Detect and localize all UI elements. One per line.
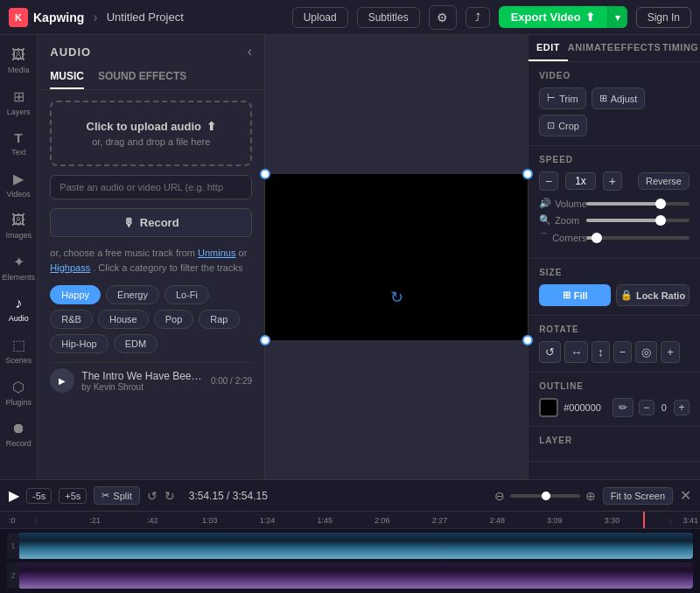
app-logo[interactable]: K Kapwing [9,8,84,27]
ruler-mark-7: 2:27 [411,516,469,525]
project-name[interactable]: Untitled Project [107,10,184,24]
lock-ratio-button[interactable]: 🔒 Lock Ratio [616,284,690,306]
zoom-slider-bar[interactable] [510,494,580,498]
ruler-mark-3: 1:03 [181,516,239,525]
upload-zone[interactable]: Click to upload audio ⬆ or, drag and dro… [50,101,252,166]
handle-bottom-left[interactable] [260,335,270,345]
size-section: SIZE ⊞ Fill 🔒 Lock Ratio [528,259,700,316]
export-dropdown-button[interactable]: ▾ [607,6,627,28]
sidebar-item-elements[interactable]: ✦ Elements [0,248,37,287]
collapse-button[interactable]: ‹ [248,44,252,59]
reverse-button[interactable]: Reverse [638,172,690,190]
speed-decrease-button[interactable]: − [539,171,558,191]
timeline-tracks: 1 2 [0,529,700,592]
rotate-plus-button[interactable]: + [661,341,680,363]
sidebar-item-media[interactable]: 🖼 Media [0,42,37,80]
sidebar-item-videos[interactable]: ▶ Videos [0,165,37,204]
skip-back-button[interactable]: -5s [26,488,52,504]
crop-button[interactable]: ⊡ Crop [539,115,587,136]
volume-thumb[interactable] [655,199,666,209]
unminus-link[interactable]: Unminus [198,248,235,258]
elements-icon: ✦ [13,254,24,270]
tag-rap[interactable]: Rap [199,310,239,329]
zoom-in-button[interactable]: ⊕ [585,489,596,503]
fit-to-screen-button[interactable]: Fit to Screen [603,487,673,505]
tab-edit[interactable]: EDIT [528,35,568,61]
timeline-clip-2[interactable] [19,562,693,589]
tab-music[interactable]: MUSIC [50,65,84,89]
flip-h-button[interactable]: ↔ [564,341,588,363]
rotate-degree-button[interactable]: ◎ [635,341,657,363]
record-button[interactable]: 🎙 Record [50,208,252,237]
images-icon: 🖼 [11,213,25,228]
skip-fwd-button[interactable]: +5s [59,488,87,504]
zoom-slider-thumb[interactable] [542,492,550,500]
track-play-button[interactable]: ▶ [50,368,74,393]
export-button[interactable]: Export Video ⬆ [499,6,607,28]
split-button[interactable]: ✂ Split [94,486,139,505]
music-track-1: ▶ The Intro We Have Been Waiting For by … [50,362,252,398]
flip-v-button[interactable]: ↕ [592,341,610,363]
undo-button[interactable]: ↺ [147,489,158,503]
upload-button[interactable]: Upload [292,7,348,28]
fill-button[interactable]: ⊞ Fill [539,284,611,306]
corners-thumb[interactable] [592,233,602,243]
corners-slider-row: ⌒ Corners [539,231,690,244]
subtitles-button[interactable]: Subtitles [357,7,420,28]
zoom-slider[interactable] [586,219,690,222]
sidebar-item-scenes[interactable]: ⬚ Scenes [0,331,37,370]
adjust-button[interactable]: ⊞ Adjust [592,87,646,109]
sidebar-item-record[interactable]: ⏺ Record [0,415,37,453]
rotate-ccw-button[interactable]: ↺ [539,341,561,363]
upload-icon: ⬆ [206,120,216,133]
outline-decrease-button[interactable]: − [639,400,654,415]
close-timeline-button[interactable]: ✕ [680,487,691,504]
timeline-clip-1[interactable] [19,533,693,559]
redo-button[interactable]: ↻ [164,489,175,503]
sidebar-item-text[interactable]: T Text [0,125,37,162]
audio-icon: ♪ [15,296,22,311]
zoom-out-button[interactable]: ⊖ [494,489,505,503]
sidebar-item-layers[interactable]: ⊞ Layers [0,83,37,122]
tab-sound-effects[interactable]: SOUND EFFECTS [98,65,186,89]
scissors-icon: ✂ [102,490,109,501]
tab-effects[interactable]: EFFECTS [614,35,662,61]
rotate-minus-button[interactable]: − [613,341,633,363]
zoom-fill [586,219,661,222]
tag-pop[interactable]: Pop [154,310,194,329]
sidebar-item-images[interactable]: 🖼 Images [0,207,37,245]
sign-in-button[interactable]: Sign In [636,7,691,28]
record-btn-icon: 🎙 [123,216,135,229]
tag-rnb[interactable]: R&B [50,310,93,329]
tab-timing[interactable]: TIMING [661,35,700,61]
track-content-1[interactable] [19,533,693,559]
settings-button[interactable]: ⚙ [429,5,457,30]
tag-energy[interactable]: Energy [106,285,159,304]
play-button[interactable]: ▶ [9,487,19,504]
highpass-link[interactable]: Highpass [50,262,90,273]
tag-happy[interactable]: Happy [50,285,101,304]
tag-hiphop[interactable]: Hip-Hop [50,334,108,353]
tag-lofi[interactable]: Lo-Fi [164,285,209,304]
topbar: K Kapwing › Untitled Project Upload Subt… [0,0,700,35]
layer-label: LAYER [539,436,690,445]
timeline-playhead[interactable] [643,512,645,528]
corners-slider[interactable] [586,236,690,240]
outline-increase-button[interactable]: + [674,400,690,415]
trim-button[interactable]: ⊢ Trim [539,87,586,109]
tag-house[interactable]: House [98,310,149,329]
tab-animate[interactable]: ANIMATE [568,35,614,61]
track-content-2[interactable] [19,562,693,589]
url-input[interactable] [50,175,252,199]
zoom-label: 🔍 Zoom [539,214,579,226]
volume-slider[interactable] [586,202,690,206]
share-button[interactable]: ⤴ [466,7,490,28]
outline-picker-button[interactable]: ✏ [612,398,634,417]
zoom-thumb[interactable] [655,215,666,226]
sidebar-item-plugins[interactable]: ⬡ Plugins [0,373,37,412]
tag-edm[interactable]: EDM [114,334,158,353]
speed-increase-button[interactable]: + [603,171,622,191]
outline-color-swatch[interactable] [539,398,558,417]
export-icon: ⬆ [585,10,595,24]
sidebar-item-audio[interactable]: ♪ Audio [0,290,37,328]
